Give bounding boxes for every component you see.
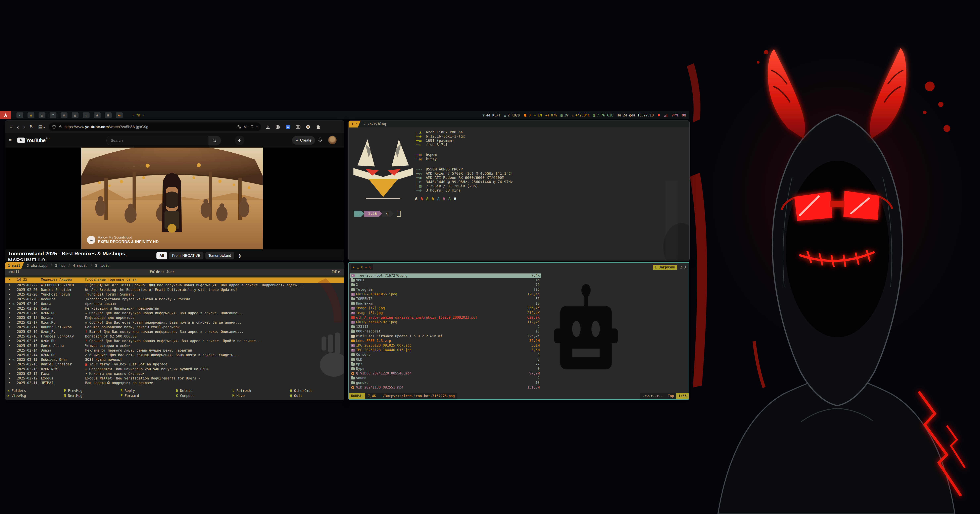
rss-icon[interactable] <box>237 125 241 129</box>
help-hint-quit[interactable]: Q Quit <box>290 394 302 398</box>
file-row[interactable]: Q_VIDEO_20241220_085546.mp497,2M <box>350 371 541 376</box>
adblock-extension-button[interactable] <box>305 124 311 129</box>
shell-prompt[interactable]: ~ 1.46 $ <box>354 211 401 216</box>
mail-row[interactable]: 2025-02-14OZON_RU✓ Внимание! Для Вас ест… <box>5 353 344 358</box>
mail-row[interactable]: 2025-02-13OZON_NEWS⚠ Поздравляем! Вам на… <box>5 367 344 372</box>
library-button[interactable] <box>275 124 280 129</box>
mail-row[interactable]: •2025-02-22WILDBERRIES-INFO♨ (ИЗВЕЩЕНИЕ … <box>5 283 344 288</box>
workspace-terminal-ws-icon[interactable]: >_ <box>16 113 23 118</box>
file-row[interactable]: image (17).jpg236,7K <box>350 306 541 310</box>
workspace-download-ws-icon[interactable]: ↓ <box>83 113 89 118</box>
mail-row[interactable]: •✎2025-02-19Ольгаприведем заказы <box>5 302 344 306</box>
file-row[interactable]: Lens-FREE-1.3.zip32,9M <box>350 339 541 343</box>
help-hint-move[interactable]: M Move <box>232 394 245 398</box>
shield-icon[interactable] <box>52 125 56 129</box>
help-hint-compose[interactable]: C Compose <box>176 394 194 398</box>
bookmark-caret-icon[interactable]: ▾ <box>256 126 258 129</box>
lock-icon[interactable] <box>59 125 62 129</box>
help-hint-refresh[interactable]: L Refresh <box>232 389 251 393</box>
back-button[interactable]: ‹ <box>17 124 19 130</box>
selected-mail-row[interactable]: • 14:35 Медведев Андрей Глобальные торго… <box>5 277 344 283</box>
mail-row[interactable]: •2025-02-18ОксанаИнформация для директор… <box>5 316 344 320</box>
file-row[interactable]: GkFPR-GXUAACWSS.jpeg128,4K <box>350 292 541 297</box>
chips-more-icon[interactable]: ❯ <box>238 253 241 258</box>
mail-row[interactable]: •2025-02-11JETMAILВаш надежный подрядчик… <box>5 381 344 385</box>
file-row[interactable]: image (8).jpg212,4K <box>350 311 541 315</box>
file-row[interactable]: Telegram205 <box>350 288 541 292</box>
mail-row[interactable]: •2025-02-20YunoHost Forum[YunoHost Forum… <box>5 292 344 297</box>
workspace-image-ws-icon[interactable]: ▨ <box>72 113 78 118</box>
mail-row[interactable]: •2025-02-20НеонилаЭкспресс-доставка груз… <box>5 297 344 302</box>
keyboard-layout-module[interactable]: ⌨EN <box>534 113 542 117</box>
video-player[interactable]: ☁ Follow My Soundcloud EXEN RECORDS & IN… <box>81 148 262 249</box>
search-box[interactable] <box>107 136 221 145</box>
file-row[interactable]: VBOX45 <box>350 278 541 283</box>
file-row[interactable]: Пингвины16 <box>350 301 541 306</box>
file-row[interactable]: oth_A_ardor-gaming-wakizashi_instrukcia_… <box>350 315 541 320</box>
reader-mode-icon[interactable]: A⁺ <box>243 125 248 129</box>
tab-1[interactable]: 1 ⁿ <box>348 121 361 127</box>
mail-row[interactable]: 2025-02-14ЭльзаРеклама от первого лица, … <box>5 349 344 353</box>
mail-row[interactable]: •2025-02-16Frances ConnollyDonation of $… <box>5 334 344 339</box>
volume-module[interactable]: ◄)87% <box>545 113 557 117</box>
mail-row[interactable]: •2025-02-12Гала• Клиенты для вашего бизн… <box>5 372 344 376</box>
workspace-hash-ws-icon[interactable]: # <box>94 113 100 118</box>
mail-row[interactable]: •2025-02-19ЮлияРегистрация и Ликвидация … <box>5 306 344 311</box>
workspace-chat-ws-icon[interactable]: ❝ <box>49 113 56 118</box>
mail-row[interactable]: 2025-02-16Ozon_Py! Важно! Для Вас поступ… <box>5 330 344 334</box>
avatar[interactable] <box>328 136 337 144</box>
help-hint-viewmsg[interactable]: > ViewMsg <box>8 394 26 398</box>
tab-4-music[interactable]: 4 music <box>70 262 90 269</box>
file-row[interactable]: IMG_20250123_164440_015.jpg3,6M <box>350 348 541 353</box>
workspace-kitty-ws-icon[interactable]: ω <box>27 113 34 118</box>
workspace-list-ws-icon[interactable]: ≡ <box>105 113 111 118</box>
mail-row[interactable]: •✎2025-02-13Лебедева ЮлияSOS! Нужна помо… <box>5 358 344 362</box>
search-button[interactable] <box>208 136 221 145</box>
mail-row[interactable]: •2025-02-12ExodusExodus Wallet: New Veri… <box>5 376 344 381</box>
help-hint-othercmds[interactable]: O OtherCmds <box>290 389 313 393</box>
workspace-windows-ws-icon[interactable]: ⊞ <box>60 113 67 118</box>
search-input[interactable] <box>107 138 208 143</box>
url-bar[interactable]: https://www.youtube.com/watch?v=5b8A-jgx… <box>49 123 261 131</box>
help-hint-prevmsg[interactable]: P PrevMsg <box>64 389 82 393</box>
reload-button[interactable]: ↻ <box>30 124 34 130</box>
file-row[interactable]: mp377 <box>350 362 541 367</box>
file-row[interactable]: OLD0 <box>350 357 541 362</box>
file-row[interactable]: IMG_20250128_091825_007.jpg5,1M <box>350 343 541 348</box>
vifm-tab-2[interactable]: 2 X <box>680 265 686 269</box>
help-hint-forward[interactable]: F Forward <box>121 394 139 398</box>
youtube-logo[interactable]: YouTube RU <box>17 137 49 143</box>
yt-guide-menu-icon[interactable]: ≡ <box>9 137 12 143</box>
file-row[interactable]: gomuks10 <box>350 381 541 385</box>
translate-extension-button[interactable]: A <box>285 124 291 129</box>
file-row[interactable]: sound2 <box>350 376 541 380</box>
file-row[interactable]: Буря0 <box>350 367 541 371</box>
file-row[interactable]: free-icon-bot-7167276.png7,4K <box>350 274 541 278</box>
help-hint-reply[interactable]: R Reply <box>121 389 135 393</box>
file-row[interactable]: GkC0yLaXgAAP-H2.jpeg112,2K <box>350 320 541 325</box>
file-row[interactable]: MiniFuse1_Firmware_Update_1_5_0_212_win.… <box>350 334 541 339</box>
help-hint-delete[interactable]: D Delete <box>176 389 192 393</box>
mail-row[interactable]: •2025-02-20Daniel ShnaiderWe Are Breakin… <box>5 288 344 292</box>
help-hint-folders[interactable]: < Folders <box>8 389 26 393</box>
tab-5-radio[interactable]: 5 radio <box>92 262 112 269</box>
mail-row[interactable]: •2025-02-15Идите ЛесомЧетыре истории о л… <box>5 344 344 349</box>
tab-3-rss[interactable]: 3 rss <box>52 262 68 269</box>
mail-row[interactable]: •2025-02-18OZON_RU✉ Срочно! Для Вас пост… <box>5 311 344 316</box>
sidebar-button[interactable]: ▤ ▾ <box>38 124 45 130</box>
file-row[interactable]: TORRENTS35 <box>350 297 541 301</box>
downloads-button[interactable] <box>265 124 270 129</box>
mail-row[interactable]: •2025-02-15OzOn_RU! Срочно! Для Вас пост… <box>5 339 344 344</box>
file-row[interactable]: X79 <box>350 283 541 287</box>
file-row[interactable]: Cursors4 <box>350 353 541 357</box>
mail-row[interactable]: •2025-02-13Daniel Shnaider▣ Your Warmy T… <box>5 362 344 367</box>
forward-button[interactable]: › <box>23 124 25 130</box>
notification-module[interactable] <box>657 113 661 117</box>
workspace-pulse-ws-icon[interactable]: ∿ <box>116 113 123 118</box>
file-row[interactable]: 000-razobrat10 <box>350 329 541 334</box>
arch-launcher-button[interactable] <box>0 111 11 119</box>
tab-2-blog[interactable]: 2 /h/z/blog <box>361 121 389 127</box>
tab-2-whatsapp[interactable]: 2 whatsapp <box>24 262 50 269</box>
menu-icon[interactable]: ≡ <box>10 124 13 130</box>
create-button[interactable]: + Create <box>292 136 315 145</box>
